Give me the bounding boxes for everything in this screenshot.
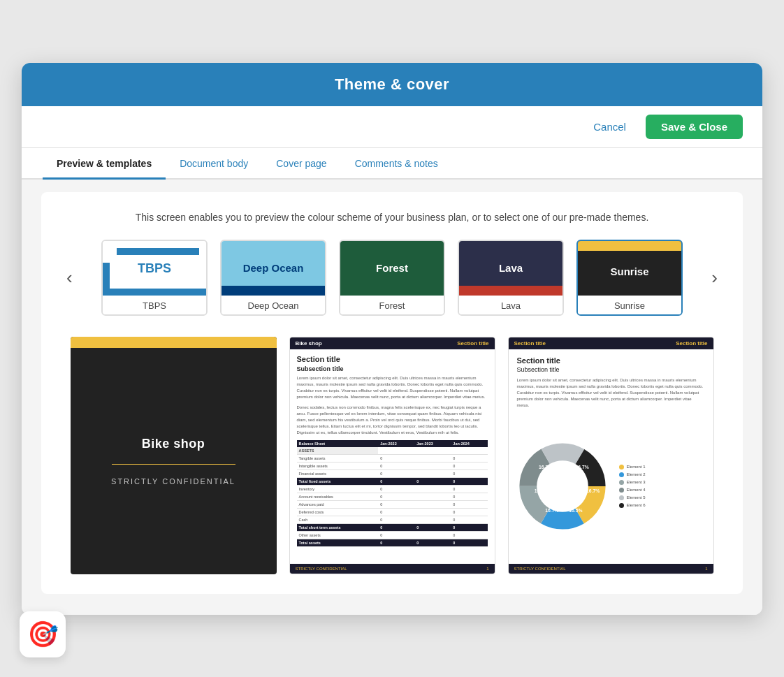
cover-preview: Bike shop STRICTLY CONFIDENTIAL [71,337,277,574]
theme-card-deep-ocean[interactable]: Deep Ocean Deep Ocean [220,240,326,316]
table-row: Deferred costs00 [297,508,488,516]
theme-card-tbps[interactable]: TBPS TBPS [101,240,208,316]
doc-header-right: Section title [457,340,488,347]
cover-top-bar [71,337,277,348]
table-row: Total short term assets000 [297,523,488,531]
deep-ocean-accent-bar [222,286,325,296]
tbps-label: TBPS [138,261,171,275]
table-header-jan23: Jan-2023 [414,440,451,447]
table-row: Other assets00 [297,531,488,539]
tab-preview-templates[interactable]: Preview & templates [43,148,166,180]
legend-dot-3 [619,480,624,485]
toolbar: Cancel Save & Close [22,106,762,148]
theme-card-forest[interactable]: Forest Forest [339,240,445,316]
cover-title: Bike shop [142,437,205,451]
carousel-prev-arrow[interactable]: ‹ [61,268,78,286]
chart-footer-right: 1 [705,567,707,571]
doc-header-left: Bike shop [296,340,322,347]
carousel-next-arrow[interactable]: › [706,268,723,286]
table-header-jan24: Jan-2024 [451,440,487,447]
tab-document-body[interactable]: Document body [166,148,262,180]
svg-text:16.5%: 16.5% [569,508,582,513]
legend-dot-2 [619,472,624,477]
doc-footer-right: 1 [486,567,488,571]
theme-preview-forest: Forest [340,241,444,296]
table-row: Financial assets00 [297,469,488,477]
themes-carousel: ‹ TBPS TBPS [61,240,723,316]
content-area: Preview & templates Document body Cover … [22,148,762,615]
theme-preview-sunrise: Sunrise [578,241,681,296]
tab-cover-page[interactable]: Cover page [262,148,340,180]
main-window: Theme & cover Cancel Save & Close Previe… [22,63,762,615]
legend-item-4: Element 4 [619,488,646,493]
legend-label-2: Element 2 [627,472,646,476]
legend-label-1: Element 1 [627,465,646,469]
table-row: ASSETS [297,447,488,455]
table-header-label: Balance Sheet [297,440,379,447]
legend-item-1: Element 1 [619,465,646,469]
chart-footer: STRICTLY CONFIDENTIAL 1 [509,564,713,574]
table-row: Intangible assets00 [297,462,488,469]
svg-text:16.7%: 16.7% [575,465,588,469]
svg-text:16.7%: 16.7% [534,488,547,493]
legend-label-3: Element 3 [627,480,646,484]
theme-preview-deep-ocean: Deep Ocean [222,241,325,296]
svg-text:16.7%: 16.7% [586,488,600,493]
inner-content: This screen enables you to preview the c… [41,192,743,594]
donut-chart: 16.7% 16.7% 16.7% 16.7% 16.7% 16.5% [517,441,608,532]
modal-title: Theme & cover [335,75,449,93]
chart-lorem: Lorem ipsum dolor sit amet, consectetur … [517,377,705,409]
legend-dot-5 [619,495,624,500]
legend-item-6: Element 6 [619,503,646,508]
theme-name-forest: Forest [340,296,444,314]
legend-dot-4 [619,488,624,493]
theme-name-deep-ocean: Deep Ocean [222,296,325,314]
legend-label-5: Element 5 [627,495,646,500]
theme-card-sunrise[interactable]: Sunrise Sunrise [576,240,683,316]
theme-card-lava[interactable]: Lava Lava [458,240,564,316]
svg-point-6 [543,467,582,506]
chart-subsection-title: Subsection title [517,366,705,373]
previews-row: Bike shop STRICTLY CONFIDENTIAL Bike sho… [61,337,723,574]
doc-subsection-title: Subsection title [297,365,488,372]
legend-item-3: Element 3 [619,480,646,485]
save-close-button[interactable]: Save & Close [646,115,743,139]
theme-name-sunrise: Sunrise [578,296,681,314]
sunrise-accent-bar [578,241,681,251]
svg-text:16.7%: 16.7% [545,508,558,513]
legend-item-2: Element 2 [619,472,646,477]
doc-table: Balance Sheet Jan-2022 Jan-2023 Jan-2024… [297,440,488,547]
table-row: Inventory00 [297,485,488,493]
chart-preview: Section title Section title Section titl… [508,337,714,574]
chart-area: 16.7% 16.7% 16.7% 16.7% 16.7% 16.5% [517,416,705,557]
themes-list: TBPS TBPS Deep Ocean Deep [78,240,706,316]
table-row: Total fixed assets000 [297,477,488,485]
tbps-accent-bar-bottom [103,289,206,296]
cover-divider [112,464,235,465]
chart-section-title: Section title [517,356,705,365]
table-row: Total assets000 [297,539,488,546]
doc-lorem: Lorem ipsum dolor sit amet, consectetur … [297,375,488,400]
cancel-button[interactable]: Cancel [582,115,637,138]
description-text: This screen enables you to preview the c… [61,212,723,223]
doc-header-bar: Bike shop Section title [290,337,495,349]
legend-dot-6 [619,503,624,508]
chart-header-right: Section title [676,340,707,347]
logo-badge: 🎯 [20,611,66,657]
tab-comments-notes[interactable]: Comments & notes [341,148,452,180]
chart-legend: Element 1 Element 2 Element 3 [619,465,646,508]
table-row: Tangible assets00 [297,454,488,462]
doc-body: Section title Subsection title Lorem ips… [290,349,495,564]
legend-dot-1 [619,465,624,469]
legend-label-6: Element 6 [627,503,646,507]
theme-preview-lava: Lava [459,241,562,296]
svg-text:16.7%: 16.7% [538,465,551,469]
cover-body: Bike shop STRICTLY CONFIDENTIAL [71,348,277,574]
cover-confidential: STRICTLY CONFIDENTIAL [111,477,235,486]
chart-header-left: Section title [514,340,546,347]
table-header-jan22: Jan-2022 [378,440,414,447]
legend-label-4: Element 4 [627,488,646,492]
lava-accent-bar [459,286,562,296]
table-row: Account receivables00 [297,493,488,500]
doc-lorem-2: Donec sodales, lectus non commodo finibu… [297,405,488,436]
